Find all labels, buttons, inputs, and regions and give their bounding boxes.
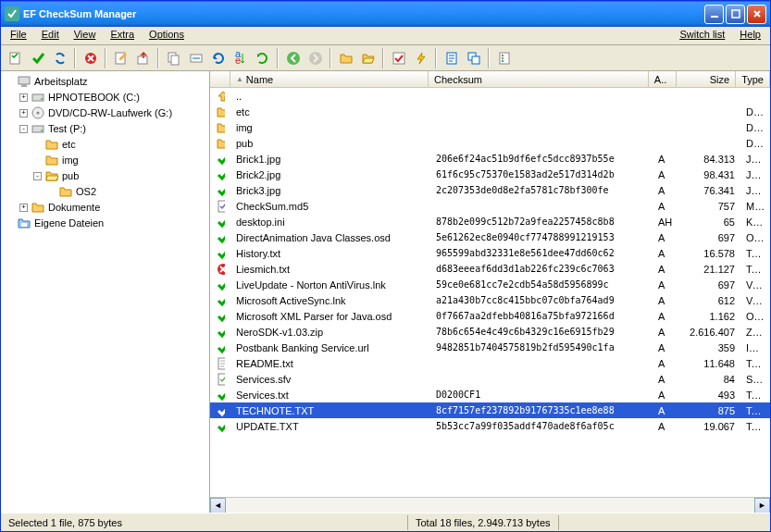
toolbar-sync[interactable] [49, 47, 70, 68]
toolbar-options[interactable] [493, 47, 515, 68]
toolbar-refresh-all[interactable] [252, 47, 273, 68]
tree-node-pub[interactable]: -pub [3, 168, 207, 183]
scroll-track[interactable] [226, 498, 754, 513]
menu-edit[interactable]: Edit [34, 27, 67, 44]
list-row[interactable]: LiveUpdate - Norton AntiVirus.lnk59ce0e6… [210, 277, 770, 292]
toolbar-cascade[interactable] [463, 47, 484, 68]
toolbar-sort-alpha[interactable]: ae [230, 47, 251, 68]
menu-help[interactable]: Help [732, 27, 768, 44]
toolbar-new-checksum[interactable] [5, 47, 26, 68]
tree-toggle-icon[interactable]: - [19, 125, 28, 133]
tree-node-test-p-[interactable]: -Test (P:) [3, 121, 207, 136]
list-row[interactable]: CheckSum.md5A757MD5-File [210, 198, 770, 214]
scroll-left-arrow[interactable]: ◄ [210, 498, 226, 513]
close-button[interactable] [747, 5, 766, 24]
list-row[interactable]: Brick1.jpg206e6f24ac51b9df6efc5dcc8937b5… [210, 151, 770, 167]
tree-toggle-icon[interactable]: + [19, 109, 28, 118]
list-row[interactable]: desktop.ini878b2e099c512b72a9fea2257458c… [210, 214, 770, 229]
row-attr: A [653, 200, 680, 213]
toolbar-copy[interactable] [163, 47, 184, 68]
titlebar[interactable]: EF CheckSum Manager [1, 1, 770, 27]
tree-node-dvd-cd-rw-laufwerk-g-[interactable]: +DVD/CD-RW-Laufwerk (G:) [3, 105, 207, 120]
toolbar-folder-open-alt[interactable] [357, 47, 379, 68]
horizontal-scrollbar[interactable]: ◄ ► [210, 497, 770, 513]
list-row[interactable]: etcDateiordner [210, 104, 770, 119]
row-checksum: 206e6f24ac51b9df6efc5dcc8937b55e [430, 153, 653, 165]
col-size-header[interactable]: Size [677, 71, 737, 87]
list-row[interactable]: Microsoft ActiveSync.lnka21a430b7cc8c415… [210, 292, 770, 308]
minimize-button[interactable] [704, 5, 724, 24]
row-icon [210, 355, 230, 372]
menu-file[interactable]: File [3, 27, 34, 44]
toolbar-properties[interactable] [441, 47, 462, 68]
col-type-header[interactable]: Type [736, 71, 770, 87]
row-icon [210, 182, 230, 199]
toolbar-verify[interactable] [27, 47, 48, 68]
col-icon-header[interactable] [210, 71, 230, 87]
svg-text:e: e [235, 55, 241, 66]
tree-node-dokumente[interactable]: +Dokumente [3, 200, 207, 215]
list-row[interactable]: imgDateiordner [210, 119, 770, 135]
menu-extra[interactable]: Extra [103, 27, 142, 44]
list-row[interactable]: Microsoft XML Parser for Java.osd0f7667a… [210, 308, 770, 324]
list-row[interactable]: Services.txtD0200CF1A493Textdokument [210, 387, 770, 402]
list-row[interactable]: NeroSDK-v1.03.zip78b6c654e4c49c6b4329c16… [210, 324, 770, 340]
tree-node-etc[interactable]: etc [3, 137, 207, 152]
list-row[interactable]: .. [210, 88, 770, 104]
tree-toggle-icon[interactable]: + [19, 204, 28, 212]
list-row[interactable]: Brick3.jpg2c207353de0d8e2fa5781c78bf300f… [210, 182, 770, 198]
tree-node-img[interactable]: img [3, 153, 207, 167]
tree-node-arbeitsplatz[interactable]: Arbeitsplatz [3, 74, 207, 89]
row-checksum: 9482851b7404575819b2fd595490c1fa [430, 341, 653, 353]
toolbar-stop[interactable] [80, 47, 101, 68]
menu-options[interactable]: Options [142, 27, 192, 44]
row-type: Dateiordner [740, 121, 770, 134]
toolbar-flash[interactable] [410, 47, 431, 68]
scroll-right-arrow[interactable]: ► [754, 498, 770, 513]
list-row[interactable]: History.txt965599abd32331e8e561dee47dd60… [210, 245, 770, 261]
content-area: Arbeitsplatz+HPNOTEBOOK (C:)+DVD/CD-RW-L… [1, 71, 770, 513]
tree-node-hpnotebook-c-[interactable]: +HPNOTEBOOK (C:) [3, 90, 207, 105]
row-attr [653, 111, 680, 113]
toolbar-select[interactable] [388, 47, 409, 68]
menu-view[interactable]: View [67, 27, 104, 44]
toolbar-folder-open[interactable] [335, 47, 356, 68]
col-attr-header[interactable]: A.. [649, 71, 677, 87]
drive-icon [31, 121, 45, 136]
toolbar-reload[interactable] [207, 47, 229, 68]
row-name: CheckSum.md5 [230, 200, 430, 213]
folder-icon [44, 153, 59, 167]
toolbar-back[interactable] [282, 47, 304, 68]
drive-icon [31, 90, 45, 105]
toolbar-export[interactable] [132, 47, 154, 68]
tree-label: Dokumente [48, 202, 100, 213]
maximize-button[interactable] [726, 5, 745, 24]
tree-node-os2[interactable]: OS2 [3, 184, 207, 199]
row-attr: A [653, 357, 680, 370]
row-name: Microsoft XML Parser for Java.osd [230, 310, 430, 323]
list-body[interactable]: ..etcDateiordnerimgDateiordnerpubDateior… [210, 88, 770, 497]
list-row[interactable]: Postbank Banking Service.url9482851b7404… [210, 340, 770, 355]
toolbar-edit[interactable] [110, 47, 131, 68]
list-row[interactable]: TECHNOTE.TXT8cf7157ef237892b91767335c1ee… [210, 402, 770, 418]
toolbar-copy-path[interactable] [185, 47, 206, 68]
row-checksum: 78b6c654e4c49c6b4329c16e6915fb29 [430, 326, 653, 338]
tree-toggle-icon[interactable]: + [19, 93, 28, 102]
col-name-header[interactable]: ▲Name [230, 71, 429, 87]
list-row[interactable]: README.txtA11.648Textdokument [210, 355, 770, 371]
list-row[interactable]: UPDATE.TXT5b53cc7a99f035addf470ade8f6af0… [210, 418, 770, 434]
row-checksum [430, 95, 653, 97]
tree-pane[interactable]: Arbeitsplatz+HPNOTEBOOK (C:)+DVD/CD-RW-L… [1, 71, 210, 513]
list-row[interactable]: Liesmich.txtd683eeeaf6dd3d1ab226fc239c6c… [210, 261, 770, 277]
list-row[interactable]: Brick2.jpg61f6c95c75370e1583ad2e517d314d… [210, 167, 770, 182]
tree-node-eigene-dateien[interactable]: Eigene Dateien [3, 216, 207, 230]
col-checksum-header[interactable]: Checksum [429, 71, 649, 87]
row-size: 16.578 [680, 247, 740, 260]
list-row[interactable]: Services.sfvA84SFV-File [210, 371, 770, 387]
list-row[interactable]: DirectAnimation Java Classes.osd5e61262e… [210, 229, 770, 245]
tree-toggle-icon[interactable]: - [33, 172, 42, 180]
menu-switch-list[interactable]: Switch list [672, 27, 732, 44]
tree-label: HPNOTEBOOK (C:) [48, 92, 140, 103]
list-row[interactable]: pubDateiordner [210, 135, 770, 151]
row-name: Liesmich.txt [230, 263, 430, 276]
